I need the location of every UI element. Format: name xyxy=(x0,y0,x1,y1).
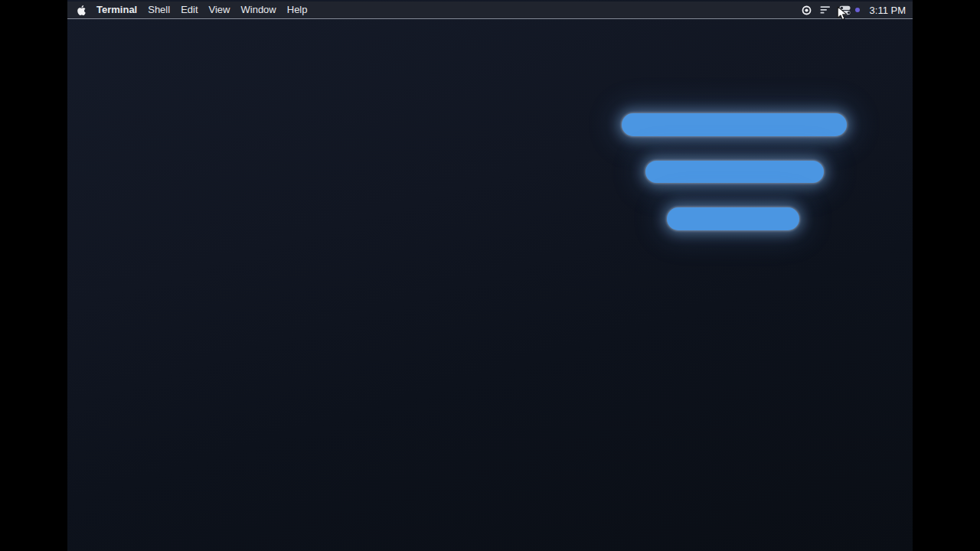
status-dot xyxy=(855,8,860,12)
menu-bar-left: Terminal Shell Edit View Window Help xyxy=(77,2,308,18)
menu-bar-status: 3:11 PM xyxy=(802,2,906,18)
menu-view[interactable]: View xyxy=(209,2,230,18)
apple-menu[interactable] xyxy=(77,5,87,16)
menu-window[interactable]: Window xyxy=(241,2,276,18)
menu-edit[interactable]: Edit xyxy=(181,2,198,18)
logo-bar-top xyxy=(622,113,847,136)
logo-bar-bottom xyxy=(667,207,799,230)
menu-help[interactable]: Help xyxy=(287,2,308,18)
menu-bar-clock[interactable]: 3:11 PM xyxy=(870,5,906,16)
letterbox-frame: Terminal Shell Edit View Window Help xyxy=(0,0,980,551)
logo-bar-middle xyxy=(645,161,824,183)
menu-app-terminal[interactable]: Terminal xyxy=(96,2,137,18)
apple-logo-icon xyxy=(77,5,87,16)
menu-shell[interactable]: Shell xyxy=(148,2,170,18)
desktop-screen: Terminal Shell Edit View Window Help xyxy=(67,0,913,551)
mouse-cursor-icon xyxy=(837,6,851,21)
list-lines-icon[interactable] xyxy=(820,5,831,15)
menu-bar: Terminal Shell Edit View Window Help xyxy=(67,2,913,19)
screen-recording-indicator-icon[interactable] xyxy=(802,5,812,15)
